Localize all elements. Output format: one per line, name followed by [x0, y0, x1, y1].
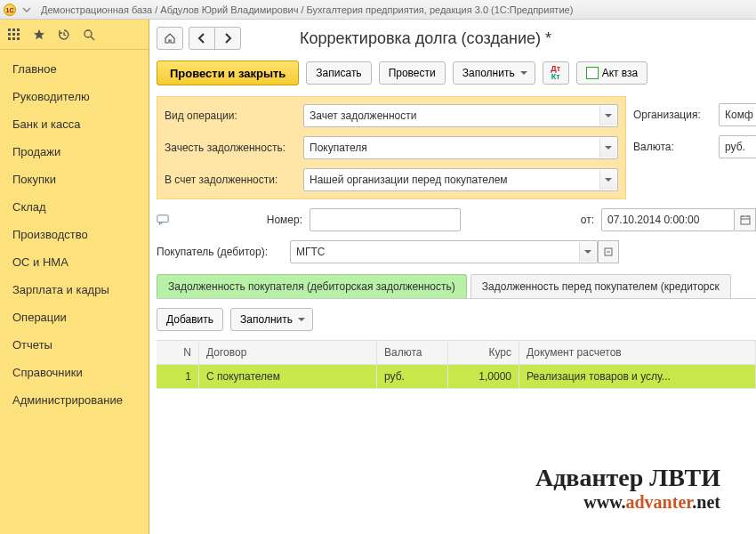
svg-rect-10	[157, 215, 168, 222]
svg-rect-4	[12, 33, 15, 36]
tab-payables[interactable]: Задолженность перед покупателем (кредито…	[470, 274, 731, 298]
save-button[interactable]: Записать	[306, 61, 371, 85]
dtkt-button[interactable]: ДтКт	[543, 61, 569, 85]
op-type-select[interactable]: Зачет задолженности	[303, 104, 618, 127]
col-currency: Валюта	[377, 341, 448, 365]
add-row-button[interactable]: Добавить	[157, 308, 223, 331]
post-button[interactable]: Провести	[379, 61, 446, 85]
document-toolbar: Провести и закрыть Записать Провести Зап…	[157, 61, 756, 85]
fill-rows-button[interactable]: Заполнить	[230, 308, 313, 331]
sidebar-item-assets[interactable]: ОС и НМА	[0, 248, 149, 276]
currency-input[interactable]: руб.	[719, 135, 756, 158]
fill-button[interactable]: Заполнить	[453, 61, 535, 85]
page-title: Корректировка долга (создание) *	[246, 29, 752, 48]
star-icon[interactable]	[32, 28, 46, 42]
sidebar-item-bank[interactable]: Банк и касса	[0, 110, 149, 138]
tab-receivables[interactable]: Задолженность покупателя (дебиторская за…	[157, 274, 467, 298]
sidebar-item-purchases[interactable]: Покупки	[0, 166, 149, 193]
svg-rect-8	[17, 37, 20, 40]
credit-label: Зачесть задолженность:	[165, 142, 298, 154]
highlighted-form-block: Вид операции: Зачет задолженности Зачест…	[157, 96, 626, 199]
forward-button[interactable]	[214, 27, 241, 50]
sidebar-item-sales[interactable]: Продажи	[0, 138, 149, 166]
org-label: Организация:	[633, 109, 713, 121]
cell-doc: Реализация товаров и услу...	[519, 365, 756, 389]
cell-currency: руб.	[377, 365, 448, 389]
svg-rect-1	[12, 28, 15, 31]
calendar-button[interactable]	[735, 208, 756, 231]
sidebar-toolbar	[0, 20, 149, 50]
content-area: Корректировка долга (создание) * Провест…	[149, 20, 756, 534]
date-input[interactable]: 07.10.2014 0:00:00	[601, 208, 735, 231]
col-rate: Курс	[448, 341, 519, 365]
sidebar-item-directories[interactable]: Справочники	[0, 359, 149, 386]
sidebar-item-main[interactable]: Главное	[0, 55, 149, 83]
cell-contract: С покупателем	[199, 365, 377, 389]
svg-rect-7	[12, 37, 15, 40]
from-label: от:	[468, 214, 594, 226]
table-row[interactable]: 1 С покупателем руб. 1,0000 Реализация т…	[157, 365, 756, 389]
svg-rect-5	[17, 33, 20, 36]
history-icon[interactable]	[57, 28, 71, 42]
against-select[interactable]: Нашей организации перед покупателем	[303, 168, 618, 191]
currency-label: Валюта:	[633, 141, 713, 153]
cell-n: 1	[157, 365, 199, 389]
watermark: Адвантер ЛВТИ www.advanter.net	[535, 464, 720, 513]
op-type-label: Вид операции:	[165, 109, 298, 122]
col-contract: Договор	[199, 341, 377, 365]
document-icon	[586, 67, 599, 79]
chevron-down-icon[interactable]	[20, 3, 34, 17]
comment-icon[interactable]	[157, 212, 169, 228]
buyer-open-button[interactable]	[598, 240, 619, 263]
svg-rect-0	[8, 28, 11, 31]
post-and-close-button[interactable]: Провести и закрыть	[157, 61, 299, 85]
app-logo-icon: 1С	[4, 4, 16, 16]
sidebar-item-payroll[interactable]: Зарплата и кадры	[0, 276, 149, 303]
buyer-select[interactable]: МГТС	[290, 240, 598, 263]
sidebar-item-admin[interactable]: Администрирование	[0, 386, 149, 414]
sidebar-item-reports[interactable]: Отчеты	[0, 331, 149, 359]
col-n: N	[157, 341, 199, 365]
number-input[interactable]	[310, 208, 461, 231]
sidebar-item-manager[interactable]: Руководителю	[0, 83, 149, 110]
window-titlebar: 1С Демонстрационная база / Абдулов Юрий …	[0, 0, 756, 20]
sidebar-item-production[interactable]: Производство	[0, 221, 149, 248]
apps-grid-icon[interactable]	[7, 28, 21, 42]
debts-table: N Договор Валюта Курс Документ расчетов …	[157, 340, 756, 389]
svg-rect-2	[17, 28, 20, 31]
act-button[interactable]: Акт вза	[576, 61, 648, 85]
number-label: Номер:	[176, 214, 302, 226]
buyer-label: Покупатель (дебитор):	[157, 246, 283, 258]
sidebar: Главное Руководителю Банк и касса Продаж…	[0, 20, 149, 534]
svg-rect-11	[741, 216, 750, 224]
sidebar-item-stock[interactable]: Склад	[0, 193, 149, 221]
tabs: Задолженность покупателя (дебиторская за…	[157, 274, 756, 299]
svg-rect-6	[8, 37, 11, 40]
back-button[interactable]	[189, 27, 215, 50]
window-title: Демонстрационная база / Абдулов Юрий Вла…	[41, 4, 573, 15]
cell-rate: 1,0000	[448, 365, 519, 389]
against-label: В счет задолженности:	[165, 174, 298, 186]
org-input[interactable]: Комф	[719, 103, 756, 126]
credit-select[interactable]: Покупателя	[303, 136, 618, 159]
col-doc: Документ расчетов	[519, 341, 756, 365]
sidebar-item-operations[interactable]: Операции	[0, 303, 149, 331]
search-icon[interactable]	[82, 28, 96, 42]
home-button[interactable]	[157, 27, 183, 50]
svg-point-9	[84, 30, 92, 37]
svg-rect-3	[8, 33, 11, 36]
